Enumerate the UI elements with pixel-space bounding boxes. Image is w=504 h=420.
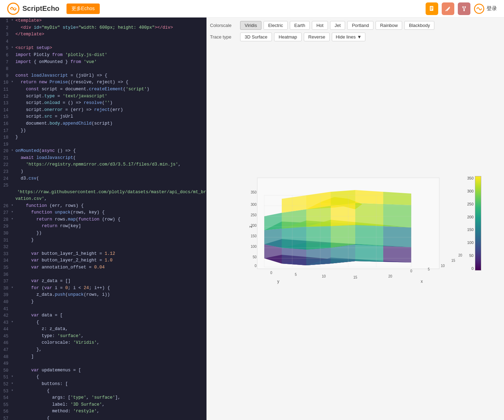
login-text[interactable]: 登录 — [486, 5, 497, 12]
code-line: 9 const loadJavascript = (jsUrl) => { — [0, 72, 206, 79]
code-content: var annotation_offset = 0.04 — [15, 264, 204, 271]
code-content: }) — [15, 230, 204, 237]
code-content: script.type = 'text/javascript' — [15, 93, 204, 100]
fold-arrow[interactable]: ▾ — [11, 79, 15, 85]
code-line: 33 var button_layer_1_height = 1.12 — [0, 251, 206, 258]
code-line: 51▾ { — [0, 374, 206, 381]
svg-text:10: 10 — [441, 264, 445, 268]
code-line: vation.csv', — [0, 196, 206, 202]
code-line: 1▾<template> — [0, 18, 206, 24]
code-line: 28▾ return rows.map(function (row) { — [0, 216, 206, 223]
svg-marker-64 — [383, 246, 411, 262]
line-number: 2 — [0, 24, 11, 31]
code-line: 5▾<script setup> — [0, 45, 206, 52]
cs-blackbody[interactable]: Blackbody — [404, 21, 434, 30]
fold-arrow[interactable]: ▾ — [11, 209, 15, 215]
cs-jet[interactable]: Jet — [330, 21, 345, 30]
code-line: 45 type: 'surface', — [0, 333, 206, 340]
svg-text:20: 20 — [388, 274, 392, 278]
svg-line-5 — [446, 10, 446, 11]
svg-text:0: 0 — [410, 269, 412, 273]
code-panel[interactable]: 1▾<template>2 <div id="myDiv" style="wid… — [0, 18, 206, 420]
svg-point-8 — [463, 10, 465, 11]
code-content: const loadJavascript = (jsUrl) => { — [15, 72, 204, 79]
code-line: 52▾ buttons: [ — [0, 381, 206, 388]
line-number: 37 — [0, 278, 11, 285]
svg-marker-66 — [383, 204, 411, 227]
cs-electric[interactable]: Electric — [264, 21, 288, 30]
fold-arrow[interactable]: ▾ — [11, 285, 15, 290]
fold-arrow[interactable]: ▾ — [11, 381, 15, 386]
code-line: 50 var updatemenus = [ — [0, 367, 206, 374]
tt-heatmap[interactable]: Heatmap — [274, 33, 302, 41]
cs-portland[interactable]: Portland — [347, 21, 373, 30]
code-content: 'https://registry.npmmirror.com/d3/3.5.1… — [15, 161, 204, 168]
code-line: 41 — [0, 306, 206, 313]
line-number: 39 — [0, 292, 11, 299]
code-line: 49 — [0, 360, 206, 367]
code-line: 37 var z_data = [] — [0, 278, 206, 285]
fold-arrow[interactable]: ▾ — [11, 388, 15, 393]
line-number: 57 — [0, 415, 11, 420]
code-content: { — [15, 374, 204, 380]
code-content: await loadJavascript( — [15, 155, 204, 161]
line-number: 49 — [0, 360, 11, 367]
line-number: 20 — [0, 148, 11, 155]
code-line: 40 } — [0, 299, 206, 306]
svg-text:200: 200 — [251, 224, 257, 227]
fold-arrow[interactable]: ▾ — [11, 203, 15, 208]
fold-arrow[interactable]: ▾ — [11, 18, 15, 23]
line-number: 48 — [0, 354, 11, 360]
line-number: 4 — [0, 38, 11, 45]
main-layout: 1▾<template>2 <div id="myDiv" style="wid… — [0, 18, 504, 420]
colorbar: 350 300 250 200 150 100 50 0 — [467, 176, 481, 271]
fork-button[interactable] — [458, 2, 470, 15]
line-number: 7 — [0, 59, 11, 66]
fold-arrow[interactable]: ▾ — [11, 319, 15, 325]
code-content: var button_layer_1_height = 1.12 — [15, 251, 204, 257]
colorbar-label-300: 300 — [467, 189, 474, 193]
svg-marker-65 — [383, 226, 411, 247]
line-number: 5 — [0, 45, 11, 52]
code-line: 'https://raw.githubusercontent.com/plotl… — [0, 189, 206, 196]
tt-hide-lines[interactable]: Hide lines ▼ — [332, 33, 365, 41]
code-content: } — [15, 134, 204, 141]
line-number: 34 — [0, 257, 11, 264]
fold-arrow[interactable]: ▾ — [11, 216, 15, 222]
code-line: 42 var data = [ — [0, 312, 206, 319]
line-number: 55 — [0, 401, 11, 408]
code-line: 53▾ { — [0, 388, 206, 395]
fold-arrow[interactable]: ▾ — [11, 45, 15, 50]
svg-text:15: 15 — [451, 259, 455, 262]
line-number: 13 — [0, 100, 11, 107]
document-button[interactable] — [426, 2, 438, 15]
line-number: 11 — [0, 86, 11, 93]
code-line: 31 } — [0, 237, 206, 244]
cs-earth[interactable]: Earth — [290, 21, 310, 30]
code-content: ] — [15, 354, 204, 360]
svg-text:100: 100 — [251, 245, 257, 248]
code-line: 17 }) — [0, 127, 206, 134]
edit-button[interactable] — [442, 2, 454, 15]
code-content: z: z_data, — [15, 326, 204, 332]
colorbar-label-50: 50 — [467, 253, 474, 258]
fold-arrow[interactable]: ▾ — [11, 374, 15, 379]
fork-icon — [461, 6, 467, 12]
code-line: 10▾ return new Promise((resolve, reject)… — [0, 79, 206, 86]
line-number: 28 — [0, 216, 11, 223]
cs-hot[interactable]: Hot — [312, 21, 328, 30]
code-content: var z_data = [] — [15, 278, 204, 285]
code-line: 26▾ function (err, rows) { — [0, 203, 206, 210]
svg-marker-63 — [355, 190, 383, 204]
code-content: function unpack(rows, key) { — [15, 209, 204, 216]
tt-3d-surface[interactable]: 3D Surface — [240, 33, 272, 41]
svg-text:5: 5 — [428, 267, 430, 271]
fold-arrow[interactable]: ▾ — [11, 148, 15, 153]
tt-reverse[interactable]: Reverse — [304, 33, 330, 41]
code-line: 13 script.onload = () => resolve('') — [0, 100, 206, 107]
code-line: 15 script.src = jsUrl — [0, 113, 206, 120]
more-echos-button[interactable]: 更多Echos — [66, 4, 100, 14]
cs-rainbow[interactable]: Rainbow — [376, 21, 402, 30]
svg-text:0: 0 — [270, 271, 272, 275]
cs-viridis[interactable]: Viridis — [240, 21, 261, 30]
